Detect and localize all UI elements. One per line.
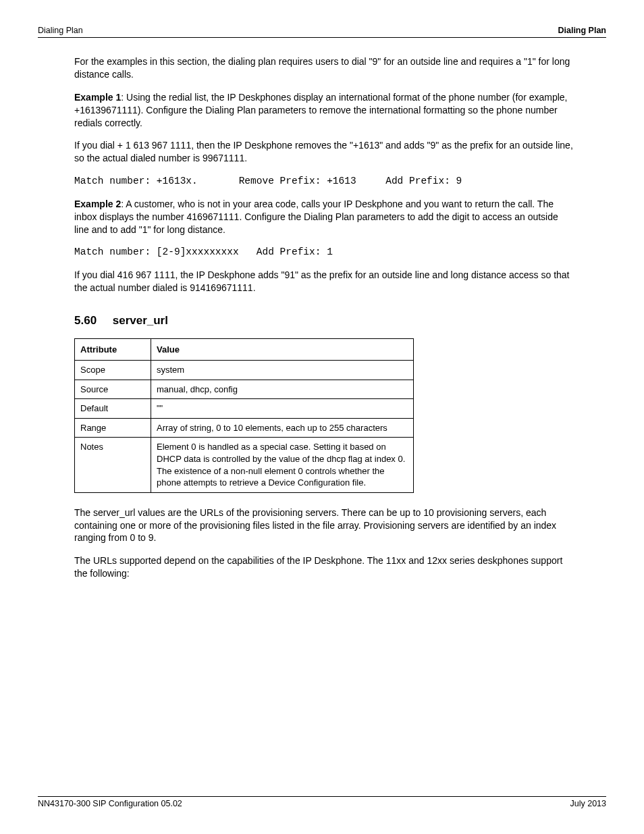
paragraph-server-url-1: The server_url values are the URLs of th…	[74, 506, 574, 545]
table-row: Sourcemanual, dhcp, config	[75, 380, 414, 399]
example-1-desc: If you dial + 1 613 967 1111, then the I…	[74, 139, 574, 165]
table-cell: Scope	[75, 361, 151, 380]
table-cell: Range	[75, 418, 151, 438]
example-1: Example 1: Using the redial list, the IP…	[74, 91, 574, 130]
table-row: Default""	[75, 399, 414, 419]
attribute-table: Attribute Value Scopesystem Sourcemanual…	[74, 338, 414, 493]
table-row: NotesElement 0 is handled as a special c…	[75, 438, 414, 492]
table-cell: Array of string, 0 to 10 elements, each …	[151, 418, 414, 438]
header-right: Dialing Plan	[558, 26, 606, 35]
page-header: Dialing Plan Dialing Plan	[38, 26, 606, 38]
table-cell: system	[151, 361, 414, 380]
table-row: Scopesystem	[75, 361, 414, 380]
table-cell: Element 0 is handled as a special case. …	[151, 438, 414, 492]
section-number: 5.60	[74, 314, 97, 327]
table-header-value: Value	[151, 338, 414, 361]
example-2-text: : A customer, who is not in your area co…	[74, 199, 558, 235]
table-cell: Default	[75, 399, 151, 419]
table-header-row: Attribute Value	[75, 338, 414, 361]
table-header-attribute: Attribute	[75, 338, 151, 361]
example-1-label: Example 1	[74, 92, 121, 103]
page-footer: NN43170-300 SIP Configuration 05.02 July…	[38, 796, 606, 808]
paragraph-server-url-2: The URLs supported depend on the capabil…	[74, 554, 574, 580]
footer-left: NN43170-300 SIP Configuration 05.02	[38, 799, 182, 808]
header-left: Dialing Plan	[38, 26, 83, 35]
paragraph-intro: For the examples in this section, the di…	[74, 55, 574, 81]
code-block-2: Match number: [2-9]xxxxxxxxx Add Prefix:…	[74, 246, 574, 259]
example-2: Example 2: A customer, who is not in you…	[74, 198, 574, 236]
example-2-label: Example 2	[74, 199, 121, 209]
section-title: server_url	[113, 314, 168, 327]
table-cell: ""	[151, 399, 414, 419]
example-1-text: : Using the redial list, the IP Deskphon…	[74, 92, 568, 128]
footer-right: July 2013	[570, 799, 606, 808]
example-2-desc: If you dial 416 967 1111, the IP Deskpho…	[74, 269, 574, 294]
table-cell: manual, dhcp, config	[151, 380, 414, 399]
table-row: RangeArray of string, 0 to 10 elements, …	[75, 418, 414, 438]
page-content: For the examples in this section, the di…	[74, 55, 574, 580]
code-block-1: Match number: +1613x. Remove Prefix: +16…	[74, 175, 574, 188]
table-cell: Source	[75, 380, 151, 399]
table-cell: Notes	[75, 438, 151, 492]
section-heading: 5.60 server_url	[74, 313, 574, 329]
